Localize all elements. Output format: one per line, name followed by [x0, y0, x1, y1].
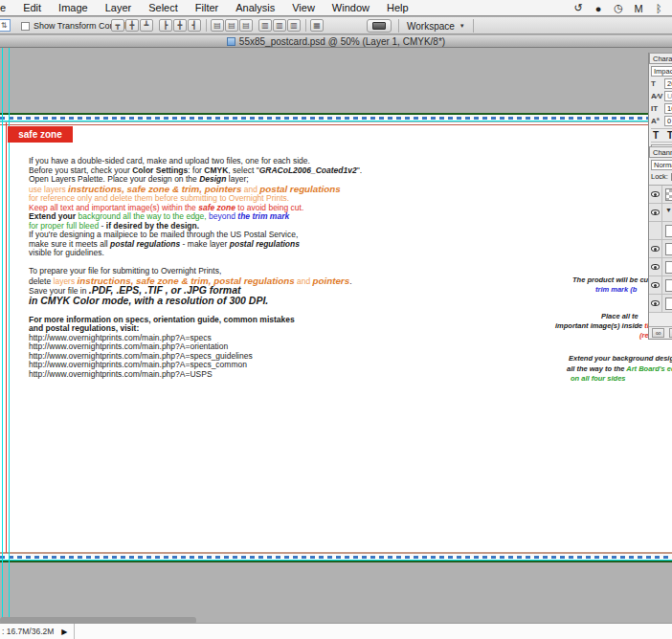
body-line: in CMYK Color mode, with a resolution of…	[29, 297, 412, 307]
visibility-toggle[interactable]	[649, 204, 662, 221]
layers-panel: Channel Normal Lock: ▼ ∞ƒ	[648, 146, 672, 340]
body-run: http://www.overnightprints.com/main.php?…	[29, 360, 247, 369]
visibility-toggle[interactable]	[649, 222, 662, 239]
group-expand-triangle[interactable]: ▼	[665, 207, 672, 219]
time-machine-icon[interactable]: ↺	[572, 2, 584, 14]
note-run: on all four sides	[571, 374, 626, 383]
body-run: visible for guidelines.	[29, 248, 104, 257]
note-run: trim mark (b	[595, 285, 637, 294]
align-bottom-edges-button[interactable]: ┻	[140, 19, 153, 32]
note-run: Place all te	[601, 312, 638, 320]
visibility-toggle[interactable]	[649, 186, 662, 203]
body-run: To prepare your file for submitting to O…	[29, 266, 221, 275]
bluetooth-icon[interactable]: ᛒ	[653, 3, 664, 14]
layer-thumbnail[interactable]	[665, 261, 672, 274]
body-run: http://www.overnightprints.com/main.php?…	[29, 342, 228, 351]
volume-icon[interactable]: ●	[593, 3, 604, 14]
layer-row[interactable]: ▼	[649, 204, 672, 222]
layer-rows: ▼	[649, 185, 672, 313]
psd-file-icon	[227, 37, 235, 46]
tab-character[interactable]: Character	[649, 53, 672, 63]
distribute-vertical-centers-button[interactable]: ▤	[225, 19, 238, 32]
font-size-field[interactable]: 20	[664, 78, 672, 89]
menu-select[interactable]: Select	[140, 0, 187, 16]
menu-e[interactable]: e	[0, 0, 14, 16]
tool-preset-fragment[interactable]: ⇅	[0, 19, 11, 32]
layer-row[interactable]	[649, 240, 672, 258]
body-run: Color Settings	[132, 165, 188, 175]
guide-vertical-left-outer[interactable]	[2, 48, 3, 623]
show-transform-checkbox[interactable]	[21, 22, 30, 31]
layer-thumbnail[interactable]	[665, 225, 672, 237]
visibility-toggle[interactable]	[649, 276, 662, 294]
auto-align-layers-button[interactable]: ▦	[310, 19, 324, 32]
visibility-toggle[interactable]	[649, 240, 662, 257]
menu-edit[interactable]: Edit	[14, 0, 50, 16]
body-run: safe zone	[198, 203, 235, 212]
body-run: postal regulations	[110, 239, 180, 249]
align-separator	[305, 19, 306, 32]
faux-style-buttons[interactable]: T T	[651, 128, 672, 143]
menu-help[interactable]: Help	[378, 0, 417, 16]
kerning-field[interactable]: Us	[664, 91, 672, 101]
body-line: visible for guidelines.	[29, 249, 412, 258]
menu-analysis[interactable]: Analysis	[227, 0, 283, 16]
body-run: Before you start, check your	[29, 165, 132, 175]
tab-channels[interactable]: Channel	[649, 146, 672, 157]
layer-thumbnail[interactable]	[665, 188, 672, 201]
visibility-toggle[interactable]	[649, 295, 662, 312]
align-left-edges-button[interactable]: ┣	[159, 19, 172, 32]
eye-icon	[651, 191, 660, 197]
safe-zone-border-top	[0, 124, 672, 125]
layer-thumbnail[interactable]	[665, 243, 672, 255]
visibility-toggle[interactable]	[649, 258, 662, 275]
layer-row[interactable]	[649, 186, 672, 204]
font-family-field[interactable]: Impact	[651, 66, 672, 77]
distribute-left-edges-button[interactable]: ▥	[258, 19, 272, 32]
canvas-note-line: Place all te	[601, 312, 638, 320]
clock-icon[interactable]: ◷	[613, 2, 624, 14]
distribute-right-edges-button[interactable]: ▥	[287, 19, 301, 32]
layer-row[interactable]	[649, 276, 672, 295]
workspace-dropdown[interactable]: Workspace ▼	[398, 19, 474, 33]
body-run: the trim mark	[237, 211, 289, 221]
app-m-icon[interactable]: M	[633, 3, 644, 14]
body-run: delete	[29, 276, 54, 286]
document-area[interactable]: safe zone If you have a double-sided car…	[0, 48, 672, 623]
menu-image[interactable]: Image	[50, 0, 97, 16]
menu-filter[interactable]: Filter	[187, 0, 227, 16]
align-horizontal-centers-button[interactable]: ╋	[173, 19, 187, 32]
guide-horizontal-top[interactable]	[0, 121, 672, 121]
layer-row[interactable]	[649, 222, 672, 240]
workspace-label: Workspace	[407, 21, 455, 32]
body-run: If you're designing a mailpiece to be ma…	[29, 230, 298, 239]
menu-layer[interactable]: Layer	[97, 0, 141, 16]
status-flyout-arrow[interactable]: ▶	[61, 628, 67, 636]
note-run: all the way to the	[567, 364, 626, 373]
body-run: and	[295, 276, 313, 286]
status-divider	[74, 624, 75, 639]
body-run: http://www.overnightprints.com/main.php?…	[29, 351, 253, 361]
body-run: Extend your	[29, 211, 78, 221]
layer-row[interactable]	[649, 258, 672, 276]
baseline-shift-field[interactable]: 0 p	[664, 116, 672, 126]
distribute-bottom-edges-button[interactable]: ▤	[239, 19, 253, 32]
layer-thumbnail[interactable]	[665, 279, 672, 292]
align-top-edges-button[interactable]: ┳	[111, 19, 124, 32]
body-run: make sure it meets all	[29, 239, 110, 249]
align-right-edges-button[interactable]: ┫	[188, 19, 201, 32]
menu-window[interactable]: Window	[324, 0, 378, 16]
layer-row[interactable]	[649, 295, 672, 313]
body-run: if desired by the design.	[106, 221, 199, 231]
leading-field[interactable]: 10	[664, 103, 672, 114]
distribute-horizontal-centers-button[interactable]: ▥	[273, 19, 286, 32]
blend-mode-dropdown[interactable]: Normal	[651, 160, 672, 170]
safe-zone-badge: safe zone	[8, 126, 73, 143]
bridge-button[interactable]	[367, 19, 392, 33]
document-title-bar[interactable]: 55x85_postcard.psd @ 50% (Layer 1, CMYK/…	[0, 35, 672, 48]
layer-thumbnail[interactable]	[665, 297, 672, 310]
menu-view[interactable]: View	[283, 0, 324, 16]
link-icon[interactable]: ∞	[652, 328, 664, 338]
distribute-top-edges-button[interactable]: ▤	[211, 19, 224, 32]
align-vertical-centers-button[interactable]: ╋	[125, 19, 139, 32]
